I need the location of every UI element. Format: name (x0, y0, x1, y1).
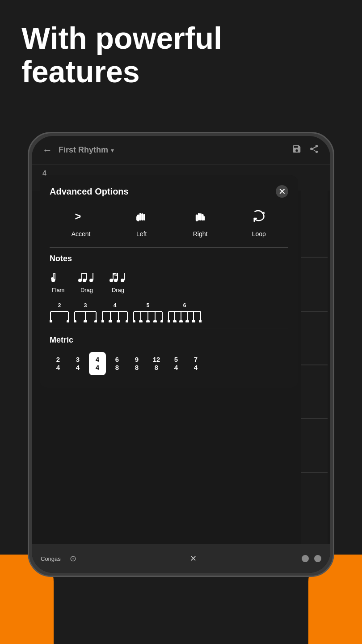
close-modal-button[interactable]: ✕ (276, 185, 288, 198)
metric-12-8-bottom: 8 (155, 364, 158, 372)
tuplet-row: 2 3 (50, 302, 288, 322)
accent-label: Accent (72, 230, 91, 237)
left-hand-icon (134, 208, 149, 227)
svg-point-21 (89, 279, 93, 282)
note-flam[interactable]: Flam (50, 271, 67, 293)
phone-inner: ← First Rhythm ▾ 4 4 (32, 136, 330, 573)
header-title: With powerful features (21, 21, 341, 89)
svg-point-50 (117, 320, 120, 322)
svg-point-48 (109, 320, 112, 322)
dot-1 (302, 555, 309, 562)
metric-9-8-bottom: 8 (135, 364, 139, 372)
metric-7-4[interactable]: 7 4 (187, 352, 204, 375)
option-right[interactable]: Right (193, 208, 208, 237)
svg-point-36 (67, 320, 69, 322)
svg-rect-6 (196, 215, 198, 221)
option-left[interactable]: Left (134, 208, 149, 237)
tuplet-3[interactable]: 3 (74, 302, 97, 322)
svg-point-68 (173, 320, 177, 322)
svg-point-46 (101, 320, 104, 322)
metric-5-4[interactable]: 5 4 (168, 352, 185, 375)
svg-point-17 (78, 279, 82, 282)
metric-4-4[interactable]: 4 4 (89, 352, 106, 375)
notes-items-row: Flam Drag (50, 271, 288, 293)
svg-rect-8 (200, 213, 202, 220)
dot-2 (314, 555, 321, 562)
metric-12-8-top: 12 (153, 356, 160, 364)
metric-6-8-bottom: 8 (115, 364, 119, 372)
metric-4-4-bottom: 4 (96, 364, 99, 372)
metric-5-4-bottom: 4 (174, 364, 178, 372)
drag2-label: Drag (112, 287, 124, 293)
header-section: With powerful features (21, 21, 341, 89)
svg-point-14 (51, 277, 54, 280)
metric-5-4-top: 5 (174, 356, 178, 364)
metric-12-8[interactable]: 12 8 (148, 352, 165, 375)
metric-2-4-bottom: 4 (56, 364, 60, 372)
option-loop[interactable]: Loop (251, 208, 266, 237)
metric-3-4[interactable]: 3 4 (69, 352, 86, 375)
svg-point-19 (83, 279, 86, 282)
svg-line-31 (113, 275, 118, 275)
right-hand-icon (193, 208, 208, 227)
note-drag-1[interactable]: Drag (76, 271, 98, 293)
svg-point-63 (160, 320, 163, 322)
metric-3-4-bottom: 4 (76, 364, 80, 372)
svg-rect-5 (136, 216, 138, 220)
metric-7-4-bottom: 4 (194, 364, 198, 372)
notes-title: Notes (50, 254, 288, 263)
left-label: Left (136, 230, 147, 237)
modal-title: Advanced Options (50, 186, 129, 197)
tuplet-4-num: 4 (114, 302, 117, 309)
svg-text:>: > (75, 210, 81, 222)
note-drag-2[interactable]: Drag (107, 271, 129, 293)
metric-row: 2 4 3 4 4 4 6 (50, 352, 288, 375)
metric-4-4-top: 4 (96, 356, 99, 364)
metric-9-8[interactable]: 9 8 (128, 352, 145, 375)
accent-icon: > (73, 208, 88, 227)
svg-point-39 (74, 320, 76, 322)
metric-2-4[interactable]: 2 4 (50, 352, 67, 375)
svg-point-57 (139, 320, 143, 322)
loop-icon (251, 208, 266, 227)
svg-point-66 (168, 320, 170, 322)
tuplet-5[interactable]: 5 (133, 302, 163, 322)
svg-point-41 (84, 320, 87, 322)
svg-point-24 (109, 279, 113, 282)
option-accent[interactable]: > Accent (72, 208, 91, 237)
drag1-label: Drag (80, 287, 93, 293)
metric-9-8-top: 9 (135, 356, 139, 364)
metric-6-8-top: 6 (115, 356, 119, 364)
divider-1 (50, 247, 288, 248)
flam-label: Flam (52, 287, 65, 293)
svg-rect-4 (143, 214, 145, 220)
bottom-close-button[interactable]: ✕ (190, 554, 197, 564)
notes-section: Notes Flam (50, 254, 288, 322)
svg-line-30 (113, 273, 118, 274)
metric-2-4-top: 2 (56, 356, 60, 364)
svg-rect-10 (203, 216, 205, 220)
tuplet-6-num: 6 (183, 302, 186, 309)
svg-point-26 (114, 279, 118, 282)
tuplet-6[interactable]: 6 (168, 302, 202, 322)
svg-point-61 (153, 320, 157, 322)
target-icon: ⊙ (70, 554, 76, 564)
bottom-dots (302, 555, 321, 562)
phone-mockup: ← First Rhythm ▾ 4 4 (28, 132, 334, 577)
options-row: > Accent (50, 208, 288, 237)
phone-bottom-bar: Congas ⊙ ✕ (32, 544, 330, 573)
metric-section: Metric 2 4 3 4 4 4 (50, 335, 288, 375)
divider-2 (50, 329, 288, 329)
metric-3-4-top: 3 (76, 356, 80, 364)
svg-point-52 (126, 320, 128, 322)
tuplet-5-num: 5 (147, 302, 150, 309)
tuplet-3-num: 3 (84, 302, 87, 309)
tuplet-4[interactable]: 4 (101, 302, 128, 322)
svg-point-74 (192, 320, 195, 322)
svg-rect-3 (141, 213, 143, 220)
metric-6-8[interactable]: 6 8 (109, 352, 126, 375)
tuplet-2[interactable]: 2 (50, 302, 69, 322)
svg-point-59 (146, 320, 150, 322)
svg-point-70 (179, 320, 183, 322)
tuplet-2-num: 2 (58, 302, 61, 309)
